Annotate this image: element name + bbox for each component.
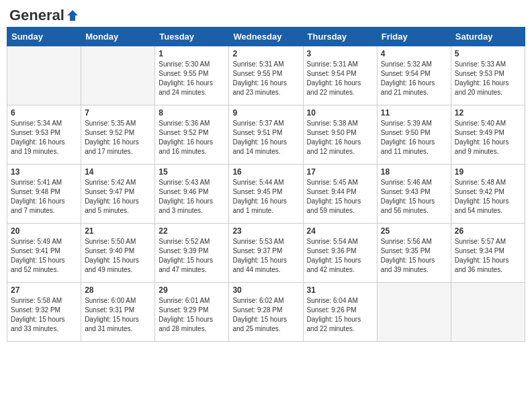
calendar-cell: 28Sunrise: 6:00 AM Sunset: 9:31 PM Dayli… xyxy=(81,283,155,342)
day-number: 17 xyxy=(307,167,373,177)
day-number: 14 xyxy=(85,167,151,177)
week-row-1: 1Sunrise: 5:30 AM Sunset: 9:55 PM Daylig… xyxy=(7,46,525,105)
day-info: Sunrise: 6:04 AM Sunset: 9:26 PM Dayligh… xyxy=(307,296,373,334)
day-number: 21 xyxy=(85,226,151,236)
day-number: 23 xyxy=(232,226,299,236)
day-number: 29 xyxy=(159,285,225,295)
calendar-cell: 26Sunrise: 5:57 AM Sunset: 9:34 PM Dayli… xyxy=(451,224,525,283)
day-info: Sunrise: 5:39 AM Sunset: 9:50 PM Dayligh… xyxy=(381,119,447,156)
calendar-cell: 24Sunrise: 5:54 AM Sunset: 9:36 PM Dayli… xyxy=(303,224,377,283)
day-info: Sunrise: 5:54 AM Sunset: 9:36 PM Dayligh… xyxy=(307,237,373,275)
calendar-cell: 17Sunrise: 5:45 AM Sunset: 9:44 PM Dayli… xyxy=(303,165,377,224)
day-info: Sunrise: 5:48 AM Sunset: 9:42 PM Dayligh… xyxy=(455,178,521,216)
day-number: 24 xyxy=(307,226,373,236)
day-info: Sunrise: 5:31 AM Sunset: 9:54 PM Dayligh… xyxy=(307,60,373,97)
day-number: 10 xyxy=(307,108,373,118)
day-number: 30 xyxy=(232,285,299,295)
calendar: SundayMondayTuesdayWednesdayThursdayFrid… xyxy=(7,27,525,342)
day-info: Sunrise: 5:46 AM Sunset: 9:43 PM Dayligh… xyxy=(381,178,447,216)
calendar-cell: 19Sunrise: 5:48 AM Sunset: 9:42 PM Dayli… xyxy=(451,165,525,224)
day-info: Sunrise: 5:32 AM Sunset: 9:54 PM Dayligh… xyxy=(381,60,447,97)
logo: General xyxy=(9,7,79,21)
calendar-cell: 6Sunrise: 5:34 AM Sunset: 9:53 PM Daylig… xyxy=(7,105,81,165)
calendar-cell: 4Sunrise: 5:32 AM Sunset: 9:54 PM Daylig… xyxy=(377,46,451,105)
day-info: Sunrise: 5:56 AM Sunset: 9:35 PM Dayligh… xyxy=(381,237,447,275)
day-number: 5 xyxy=(455,49,521,58)
day-info: Sunrise: 5:58 AM Sunset: 9:32 PM Dayligh… xyxy=(11,296,77,334)
calendar-cell: 15Sunrise: 5:43 AM Sunset: 9:46 PM Dayli… xyxy=(155,165,229,224)
day-number: 9 xyxy=(232,108,299,118)
day-info: Sunrise: 6:01 AM Sunset: 9:29 PM Dayligh… xyxy=(159,296,225,334)
day-info: Sunrise: 5:38 AM Sunset: 9:50 PM Dayligh… xyxy=(307,119,373,156)
calendar-cell: 3Sunrise: 5:31 AM Sunset: 9:54 PM Daylig… xyxy=(303,46,377,105)
day-number: 18 xyxy=(381,167,447,177)
calendar-cell: 29Sunrise: 6:01 AM Sunset: 9:29 PM Dayli… xyxy=(155,283,229,342)
calendar-cell: 10Sunrise: 5:38 AM Sunset: 9:50 PM Dayli… xyxy=(303,105,377,165)
logo-general: General xyxy=(9,7,64,24)
calendar-cell: 20Sunrise: 5:49 AM Sunset: 9:41 PM Dayli… xyxy=(7,224,81,283)
day-number: 6 xyxy=(11,108,77,118)
day-info: Sunrise: 5:44 AM Sunset: 9:45 PM Dayligh… xyxy=(232,178,299,216)
day-info: Sunrise: 5:50 AM Sunset: 9:40 PM Dayligh… xyxy=(85,237,151,275)
weekday-header-thursday: Thursday xyxy=(303,28,377,46)
day-number: 1 xyxy=(159,49,225,58)
calendar-cell: 7Sunrise: 5:35 AM Sunset: 9:52 PM Daylig… xyxy=(81,105,155,165)
calendar-cell: 9Sunrise: 5:37 AM Sunset: 9:51 PM Daylig… xyxy=(229,105,303,165)
day-number: 7 xyxy=(85,108,151,118)
day-info: Sunrise: 5:31 AM Sunset: 9:55 PM Dayligh… xyxy=(232,60,299,97)
day-number: 28 xyxy=(85,285,151,295)
day-number: 19 xyxy=(455,167,521,177)
calendar-cell xyxy=(81,46,155,105)
calendar-cell: 13Sunrise: 5:41 AM Sunset: 9:48 PM Dayli… xyxy=(7,165,81,224)
day-number: 15 xyxy=(159,167,225,177)
weekday-header-sunday: Sunday xyxy=(7,28,81,46)
day-info: Sunrise: 5:41 AM Sunset: 9:48 PM Dayligh… xyxy=(11,178,77,216)
calendar-cell: 11Sunrise: 5:39 AM Sunset: 9:50 PM Dayli… xyxy=(377,105,451,165)
calendar-cell: 25Sunrise: 5:56 AM Sunset: 9:35 PM Dayli… xyxy=(377,224,451,283)
calendar-cell: 31Sunrise: 6:04 AM Sunset: 9:26 PM Dayli… xyxy=(303,283,377,342)
calendar-cell: 5Sunrise: 5:33 AM Sunset: 9:53 PM Daylig… xyxy=(451,46,525,105)
weekday-header-wednesday: Wednesday xyxy=(229,28,303,46)
day-number: 22 xyxy=(159,226,225,236)
weekday-header-friday: Friday xyxy=(377,28,451,46)
calendar-cell: 12Sunrise: 5:40 AM Sunset: 9:49 PM Dayli… xyxy=(451,105,525,165)
calendar-cell xyxy=(377,283,451,342)
calendar-cell xyxy=(7,46,81,105)
day-number: 31 xyxy=(307,285,373,295)
svg-marker-0 xyxy=(67,10,78,21)
day-info: Sunrise: 5:30 AM Sunset: 9:55 PM Dayligh… xyxy=(159,60,225,97)
day-info: Sunrise: 6:00 AM Sunset: 9:31 PM Dayligh… xyxy=(85,296,151,334)
calendar-cell xyxy=(451,283,525,342)
weekday-header-saturday: Saturday xyxy=(451,28,525,46)
calendar-cell: 23Sunrise: 5:53 AM Sunset: 9:37 PM Dayli… xyxy=(229,224,303,283)
week-row-5: 27Sunrise: 5:58 AM Sunset: 9:32 PM Dayli… xyxy=(7,283,525,342)
calendar-cell: 27Sunrise: 5:58 AM Sunset: 9:32 PM Dayli… xyxy=(7,283,81,342)
day-number: 2 xyxy=(232,49,299,58)
logo-icon xyxy=(66,9,79,22)
calendar-cell: 1Sunrise: 5:30 AM Sunset: 9:55 PM Daylig… xyxy=(155,46,229,105)
day-info: Sunrise: 5:42 AM Sunset: 9:47 PM Dayligh… xyxy=(85,178,151,216)
calendar-cell: 22Sunrise: 5:52 AM Sunset: 9:39 PM Dayli… xyxy=(155,224,229,283)
day-info: Sunrise: 5:53 AM Sunset: 9:37 PM Dayligh… xyxy=(232,237,299,275)
day-number: 27 xyxy=(11,285,77,295)
day-number: 16 xyxy=(232,167,299,177)
day-info: Sunrise: 5:57 AM Sunset: 9:34 PM Dayligh… xyxy=(455,237,521,275)
calendar-cell: 21Sunrise: 5:50 AM Sunset: 9:40 PM Dayli… xyxy=(81,224,155,283)
day-info: Sunrise: 5:34 AM Sunset: 9:53 PM Dayligh… xyxy=(11,119,77,156)
weekday-header-row: SundayMondayTuesdayWednesdayThursdayFrid… xyxy=(7,28,525,46)
day-info: Sunrise: 5:36 AM Sunset: 9:52 PM Dayligh… xyxy=(159,119,225,156)
calendar-cell: 16Sunrise: 5:44 AM Sunset: 9:45 PM Dayli… xyxy=(229,165,303,224)
calendar-cell: 8Sunrise: 5:36 AM Sunset: 9:52 PM Daylig… xyxy=(155,105,229,165)
day-info: Sunrise: 6:02 AM Sunset: 9:28 PM Dayligh… xyxy=(232,296,299,334)
day-info: Sunrise: 5:52 AM Sunset: 9:39 PM Dayligh… xyxy=(159,237,225,275)
day-info: Sunrise: 5:37 AM Sunset: 9:51 PM Dayligh… xyxy=(232,119,299,156)
calendar-cell: 2Sunrise: 5:31 AM Sunset: 9:55 PM Daylig… xyxy=(229,46,303,105)
week-row-4: 20Sunrise: 5:49 AM Sunset: 9:41 PM Dayli… xyxy=(7,224,525,283)
day-info: Sunrise: 5:49 AM Sunset: 9:41 PM Dayligh… xyxy=(11,237,77,275)
week-row-3: 13Sunrise: 5:41 AM Sunset: 9:48 PM Dayli… xyxy=(7,165,525,224)
weekday-header-monday: Monday xyxy=(81,28,155,46)
page-header: General xyxy=(7,7,525,21)
day-info: Sunrise: 5:40 AM Sunset: 9:49 PM Dayligh… xyxy=(455,119,521,156)
day-number: 12 xyxy=(455,108,521,118)
calendar-cell: 30Sunrise: 6:02 AM Sunset: 9:28 PM Dayli… xyxy=(229,283,303,342)
